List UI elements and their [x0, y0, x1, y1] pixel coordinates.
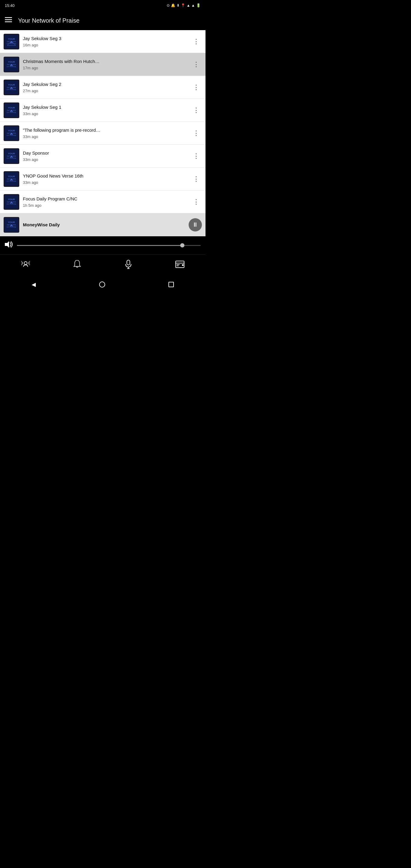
mic-icon — [125, 260, 132, 271]
back-button[interactable]: ◀ — [32, 281, 36, 288]
svg-text:OF PRAISE: OF PRAISE — [7, 134, 16, 136]
more-options-icon[interactable]: ⋮ — [190, 35, 202, 48]
svg-text:YOUR: YOUR — [8, 175, 15, 178]
more-options-icon[interactable]: ⋮ — [190, 58, 202, 71]
item-thumbnail: YOUR NETWORK OF PRAISE — [4, 194, 19, 210]
item-title: MoneyWise Daily — [23, 222, 186, 228]
more-options-icon[interactable]: ⋮ — [190, 127, 202, 140]
circle-status-icon: ⊙ — [167, 3, 170, 7]
header: Your Network of Praise — [0, 11, 205, 30]
list-item[interactable]: YOUR NETWORK OF PRAISE Jay Sekulow Seg 1… — [0, 99, 205, 122]
svg-text:YOUR: YOUR — [8, 61, 15, 63]
svg-rect-47 — [177, 266, 179, 266]
item-time: 16m ago — [23, 43, 190, 47]
header-title: Your Network of Praise — [18, 17, 80, 24]
svg-text:OF PRAISE: OF PRAISE — [7, 180, 16, 182]
more-options-icon[interactable]: ⋮ — [190, 150, 202, 162]
svg-text:OF PRAISE: OF PRAISE — [7, 203, 16, 205]
item-content: Focus Daily Program C/NC 1h 5m ago — [23, 196, 190, 208]
list-item[interactable]: YOUR NETWORK OF PRAISE Day Sponsor 33m a… — [0, 145, 205, 167]
list-item[interactable]: YOUR NETWORK OF PRAISE Jay Sekulow Seg 3… — [0, 30, 205, 53]
list-item[interactable]: YOUR NETWORK OF PRAISE Christmas Moments… — [0, 53, 205, 76]
svg-text:OF PRAISE: OF PRAISE — [7, 66, 16, 67]
item-thumbnail: YOUR NETWORK OF PRAISE — [4, 125, 19, 141]
item-thumbnail: YOUR NETWORK OF PRAISE — [4, 34, 19, 50]
item-title: "The following program is pre-record… — [23, 127, 190, 133]
item-title: Jay Sekulow Seg 2 — [23, 82, 190, 87]
item-title: Jay Sekulow Seg 3 — [23, 36, 190, 41]
svg-text:YOUR: YOUR — [8, 84, 15, 86]
wifi-status-icon: ▲ — [187, 3, 190, 7]
nav-record[interactable] — [103, 260, 154, 271]
item-thumbnail: YOUR NETWORK OF PRAISE — [4, 57, 19, 72]
pause-button[interactable]: ⏸ — [189, 218, 202, 231]
item-title: Christmas Moments with Ron Hutch… — [23, 59, 190, 64]
content-list: YOUR NETWORK OF PRAISE Jay Sekulow Seg 3… — [0, 30, 205, 236]
status-bar: 15:40 ⊙ 🔔 ⬇ 📍 ▲ ▲ 🔋 — [0, 0, 205, 11]
list-item[interactable]: YOUR NETWORK OF PRAISE YNOP Good News Ve… — [0, 167, 205, 190]
item-time: 33m ago — [23, 180, 190, 185]
svg-rect-1 — [5, 19, 12, 20]
recents-button[interactable] — [168, 282, 174, 287]
item-title: Day Sponsor — [23, 150, 190, 156]
list-item[interactable]: YOUR NETWORK OF PRAISE Jay Sekulow Seg 2… — [0, 76, 205, 99]
svg-rect-41 — [127, 260, 130, 265]
podcast-icon — [22, 260, 30, 271]
nav-podcasts[interactable] — [0, 260, 52, 271]
system-nav: ◀ — [0, 276, 205, 293]
svg-rect-46 — [177, 264, 180, 265]
item-time: 33m ago — [23, 134, 190, 139]
nav-card[interactable] — [154, 261, 206, 270]
svg-text:OF PRAISE: OF PRAISE — [7, 226, 16, 228]
item-title: YNOP Good News Verse 16th — [23, 173, 190, 179]
item-time: 27m ago — [23, 89, 190, 93]
nav-notifications[interactable] — [52, 260, 103, 271]
status-icons: ⊙ 🔔 ⬇ 📍 ▲ ▲ 🔋 — [167, 3, 201, 7]
svg-text:OF PRAISE: OF PRAISE — [7, 43, 16, 44]
item-time: 17m ago — [23, 66, 190, 70]
more-options-icon[interactable]: ⋮ — [190, 195, 202, 208]
list-item-playing[interactable]: YOUR NETWORK OF PRAISE MoneyWise Daily ⏸ — [0, 213, 205, 236]
bell-icon — [73, 260, 81, 271]
svg-point-40 — [24, 261, 27, 265]
list-item[interactable]: YOUR NETWORK OF PRAISE Focus Daily Progr… — [0, 190, 205, 213]
svg-text:OF PRAISE: OF PRAISE — [7, 157, 16, 159]
volume-track[interactable] — [17, 245, 201, 246]
more-options-icon[interactable]: ⋮ — [190, 81, 202, 94]
bottom-nav — [0, 254, 205, 276]
item-content: Christmas Moments with Ron Hutch… 17m ag… — [23, 59, 190, 70]
volume-fill — [17, 245, 182, 246]
item-thumbnail: YOUR NETWORK OF PRAISE — [4, 102, 19, 118]
item-thumbnail: YOUR NETWORK OF PRAISE — [4, 217, 19, 233]
svg-rect-0 — [5, 17, 12, 18]
item-time: 33m ago — [23, 157, 190, 162]
svg-marker-39 — [5, 241, 9, 248]
location-status-icon: 📍 — [181, 3, 185, 7]
download-status-icon: ⬇ — [177, 3, 180, 7]
svg-text:YOUR: YOUR — [8, 221, 15, 224]
more-options-icon[interactable]: ⋮ — [190, 173, 202, 185]
signal-status-icon: ▲ — [191, 3, 195, 7]
item-content: Jay Sekulow Seg 3 16m ago — [23, 36, 190, 47]
svg-text:YOUR: YOUR — [8, 38, 15, 40]
list-item[interactable]: YOUR NETWORK OF PRAISE "The following pr… — [0, 122, 205, 145]
item-content: "The following program is pre-record… 33… — [23, 127, 190, 139]
item-time: 33m ago — [23, 112, 190, 116]
svg-text:OF PRAISE: OF PRAISE — [7, 89, 16, 90]
notification-status-icon: 🔔 — [171, 3, 176, 7]
svg-text:YOUR: YOUR — [8, 198, 15, 201]
volume-bar — [0, 236, 205, 254]
item-content: Jay Sekulow Seg 1 33m ago — [23, 104, 190, 116]
item-time: 1h 5m ago — [23, 203, 190, 208]
item-content: Day Sponsor 33m ago — [23, 150, 190, 162]
item-content: YNOP Good News Verse 16th 33m ago — [23, 173, 190, 185]
home-button[interactable] — [99, 281, 105, 287]
item-thumbnail: YOUR NETWORK OF PRAISE — [4, 171, 19, 187]
item-content: MoneyWise Daily — [23, 222, 186, 228]
menu-icon[interactable] — [5, 16, 12, 25]
card-icon — [176, 261, 184, 270]
item-title: Focus Daily Program C/NC — [23, 196, 190, 202]
more-options-icon[interactable]: ⋮ — [190, 104, 202, 117]
battery-status-icon: 🔋 — [196, 3, 201, 7]
svg-text:YOUR: YOUR — [8, 106, 15, 109]
